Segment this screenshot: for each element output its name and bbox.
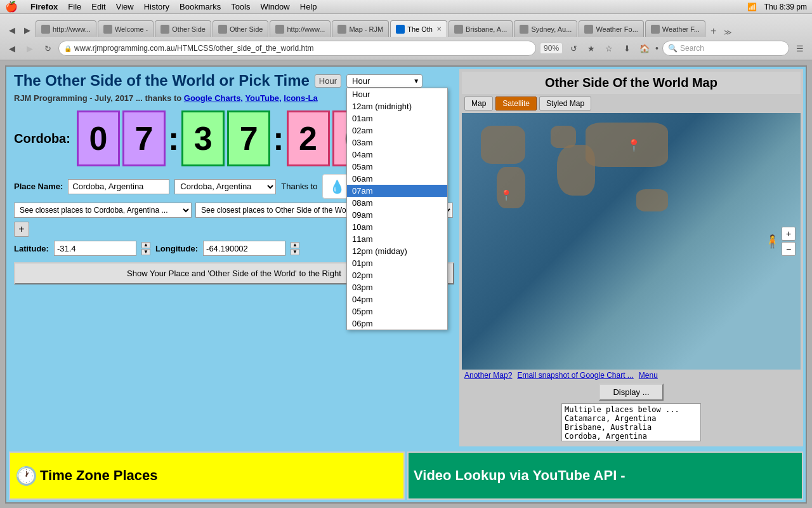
latitude-input[interactable]	[54, 241, 136, 256]
tab-favicon-2	[103, 25, 112, 34]
closest-dropdown-1[interactable]: See closest places to Cordoba, Argentina…	[14, 203, 192, 218]
menu-view[interactable]: View	[116, 2, 134, 11]
north-america-shape	[481, 126, 525, 164]
tab-label-10: Weather Fo...	[596, 25, 638, 33]
icons-link[interactable]: Icons-La	[284, 93, 317, 103]
lon-down-arrow[interactable]: ▼	[291, 249, 299, 255]
lon-up-arrow[interactable]: ▲	[291, 242, 299, 248]
google-charts-link[interactable]: Google Charts,	[184, 93, 243, 103]
hour-option[interactable]: 02pm	[347, 269, 447, 281]
menu-tools[interactable]: Tools	[231, 2, 250, 11]
menu-icon[interactable]: ☰	[793, 41, 807, 55]
menu-link[interactable]: Menu	[639, 371, 658, 380]
longitude-input[interactable]	[203, 241, 285, 256]
nav-back[interactable]: ◀	[5, 41, 19, 55]
tab-11[interactable]: Weather F...	[645, 20, 705, 37]
menu-firefox[interactable]: Firefox	[30, 2, 58, 11]
hour-option[interactable]: 03am	[347, 137, 447, 149]
tab-10[interactable]: Weather Fo...	[579, 20, 643, 37]
tab-5[interactable]: http://www...	[270, 20, 331, 37]
place-dropdown[interactable]: Cordoba, Argentina	[174, 179, 276, 194]
hour-dropdown-button[interactable]: Hour ▼	[346, 74, 422, 88]
tab-favicon-3	[160, 25, 169, 34]
plus-button[interactable]: +	[14, 222, 29, 237]
tab-4[interactable]: Other Side	[213, 20, 269, 37]
menu-bookmarks[interactable]: Bookmarks	[180, 2, 221, 11]
tab-8[interactable]: Brisbane, A...	[449, 20, 513, 37]
search-icon: 🔍	[668, 44, 678, 53]
time-display: Thu 8:39 pm	[764, 3, 807, 11]
zoom-in-button[interactable]: +	[782, 227, 796, 241]
nav-refresh[interactable]: ↻	[41, 41, 55, 55]
hour-option[interactable]: Hour	[347, 88, 447, 100]
tab-chevron[interactable]: ≫	[721, 28, 735, 37]
display-button[interactable]: Display ...	[599, 384, 663, 401]
longitude-spinner[interactable]: ▲ ▼	[291, 242, 299, 255]
new-tab-button[interactable]: +	[707, 25, 720, 37]
hour-option[interactable]: 06pm	[347, 318, 447, 330]
hour-option[interactable]: 04am	[347, 149, 447, 161]
download-icon[interactable]: ⬇	[620, 41, 634, 55]
streetview-person[interactable]: 🧍	[764, 234, 780, 249]
tab-favicon-11	[651, 25, 660, 34]
menu-file[interactable]: File	[68, 2, 81, 11]
bookmark-star[interactable]: ★	[584, 41, 598, 55]
place-name-input[interactable]	[68, 179, 169, 194]
lat-down-arrow[interactable]: ▼	[141, 249, 150, 255]
hour-option[interactable]: 11am	[347, 233, 447, 245]
reload-button[interactable]: ↺	[566, 41, 580, 55]
hour-option[interactable]: 12pm (midday)	[347, 245, 447, 257]
hour-option[interactable]: 01pm	[347, 257, 447, 269]
menu-edit[interactable]: Edit	[91, 2, 105, 11]
hour-option[interactable]: 09am	[347, 209, 447, 221]
latitude-spinner[interactable]: ▲ ▼	[141, 242, 150, 255]
display-textarea[interactable]: Multiple places below ... Catamarca, Arg…	[561, 403, 701, 441]
email-snapshot-link[interactable]: Email snapshot of Google Chart ...	[517, 371, 633, 380]
hour-option[interactable]: 03pm	[347, 281, 447, 293]
menu-help[interactable]: Help	[300, 2, 317, 11]
nav-bar: ◀ ▶ ↻ 🔒 www.rjmprogramming.com.au/HTMLCS…	[0, 37, 812, 60]
search-bar[interactable]: 🔍 Search	[662, 41, 789, 56]
tab-7-active[interactable]: The Oth ✕	[390, 20, 447, 37]
hour-option[interactable]: 06am	[347, 173, 447, 185]
longitude-label: Longitude:	[155, 244, 198, 253]
hour-option[interactable]: 05am	[347, 161, 447, 173]
hour-selected-value: Hour	[352, 76, 370, 86]
menu-history[interactable]: History	[144, 2, 169, 11]
tab-3[interactable]: Other Side	[155, 20, 211, 37]
bookmark-icon[interactable]: ☆	[602, 41, 616, 55]
hour-option[interactable]: 04pm	[347, 293, 447, 305]
apple-menu[interactable]: 🍎	[5, 1, 18, 13]
hour-option[interactable]: 05pm	[347, 305, 447, 318]
lat-up-arrow[interactable]: ▲	[141, 242, 150, 248]
another-map-link[interactable]: Another Map?	[464, 371, 512, 380]
tab-favicon-8	[454, 25, 463, 34]
hour-option[interactable]: 12am (midnight)	[347, 100, 447, 112]
nav-forward[interactable]: ▶	[23, 41, 37, 55]
hour-option[interactable]: 10am	[347, 221, 447, 233]
map-tab-styled[interactable]: Styled Map	[539, 97, 591, 110]
tab-9[interactable]: Sydney, Au...	[514, 20, 577, 37]
tab-close-7[interactable]: ✕	[436, 25, 442, 32]
tab-favicon-4	[218, 25, 227, 34]
tab-6[interactable]: Map - RJM	[332, 20, 389, 37]
forward-button[interactable]: ▶	[20, 23, 34, 37]
menu-window[interactable]: Window	[261, 2, 290, 11]
map-tab-satellite[interactable]: Satellite	[495, 97, 537, 110]
tab-1[interactable]: http://www...	[36, 20, 96, 37]
digit-4: 2	[287, 110, 330, 166]
tab-label-9: Sydney, Au...	[531, 25, 572, 33]
url-bar[interactable]: 🔒 www.rjmprogramming.com.au/HTMLCSS/othe…	[58, 41, 536, 56]
hour-option[interactable]: 02am	[347, 124, 447, 137]
home-icon[interactable]: 🏠	[638, 41, 652, 55]
zoom-out-button[interactable]: −	[782, 242, 796, 256]
back-button[interactable]: ◀	[5, 23, 19, 37]
tab-2[interactable]: Welcome -	[98, 20, 154, 37]
page-frame: The Other Side of the World or Pick Time…	[5, 65, 807, 504]
map-tab-map[interactable]: Map	[464, 97, 493, 110]
hour-option[interactable]: 08am	[347, 197, 447, 209]
youtube-link[interactable]: YouTube,	[245, 93, 281, 103]
hour-option[interactable]: 01am	[347, 112, 447, 124]
hour-option[interactable]: 07am	[347, 185, 447, 197]
search-placeholder: Search	[680, 44, 704, 53]
